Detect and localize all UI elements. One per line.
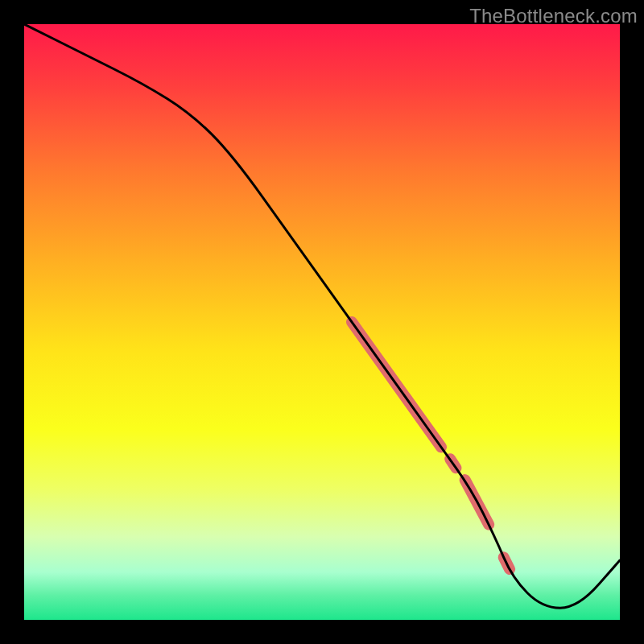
gradient-background: [24, 24, 620, 620]
watermark-text: TheBottleneck.com: [469, 5, 638, 27]
chart-surface: [24, 24, 620, 620]
chart-frame: TheBottleneck.com: [0, 0, 644, 644]
plot-area: [24, 24, 620, 620]
